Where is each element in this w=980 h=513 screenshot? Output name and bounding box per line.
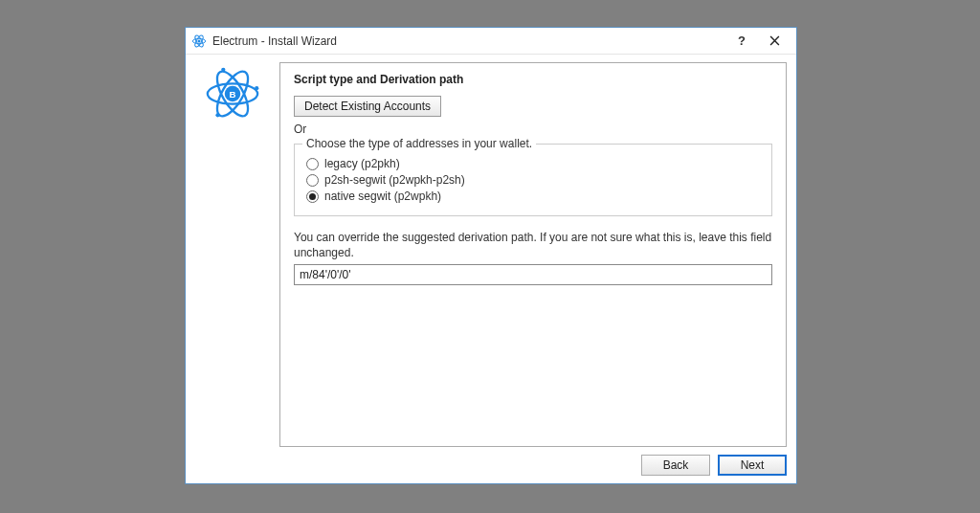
radio-legacy[interactable]: legacy (p2pkh) [306, 157, 760, 170]
panel-heading: Script type and Derivation path [294, 73, 772, 86]
main-row: B Script type and Derivation path Detect… [195, 62, 787, 447]
svg-point-11 [221, 68, 225, 72]
help-button[interactable]: ? [725, 31, 758, 52]
radio-label: p2sh-segwit (p2wpkh-p2sh) [324, 173, 465, 187]
wizard-window: Electrum - Install Wizard ? [185, 27, 797, 484]
derivation-path-input[interactable] [294, 264, 772, 285]
radio-icon [306, 174, 319, 187]
close-icon [769, 35, 780, 46]
content-panel: Script type and Derivation path Detect E… [279, 62, 787, 447]
svg-point-3 [197, 39, 200, 42]
svg-point-9 [255, 86, 258, 90]
radio-native-segwit[interactable]: native segwit (p2wpkh) [306, 190, 760, 203]
radio-icon [306, 190, 319, 203]
svg-text:B: B [230, 89, 236, 100]
next-button[interactable]: Next [718, 455, 787, 476]
radio-label: legacy (p2pkh) [324, 157, 400, 170]
close-button[interactable] [758, 31, 791, 52]
address-type-legend: Choose the type of addresses in your wal… [302, 137, 536, 150]
radio-label: native segwit (p2wpkh) [324, 190, 441, 203]
footer: Back Next [195, 447, 787, 476]
address-type-group: Choose the type of addresses in your wal… [294, 144, 772, 216]
back-button[interactable]: Back [641, 455, 710, 476]
titlebar: Electrum - Install Wizard ? [186, 28, 796, 55]
svg-point-10 [215, 113, 219, 117]
radio-icon [306, 158, 319, 170]
app-icon [191, 33, 207, 49]
or-label: Or [294, 123, 772, 136]
radio-p2sh-segwit[interactable]: p2sh-segwit (p2wpkh-p2sh) [306, 173, 760, 187]
window-title: Electrum - Install Wizard [212, 34, 725, 48]
logo-column: B [195, 62, 270, 447]
window-body: B Script type and Derivation path Detect… [186, 55, 796, 483]
detect-existing-accounts-button[interactable]: Detect Existing Accounts [294, 96, 441, 117]
derivation-hint: You can override the suggested derivatio… [294, 230, 772, 260]
electrum-logo-icon: B [203, 64, 262, 123]
